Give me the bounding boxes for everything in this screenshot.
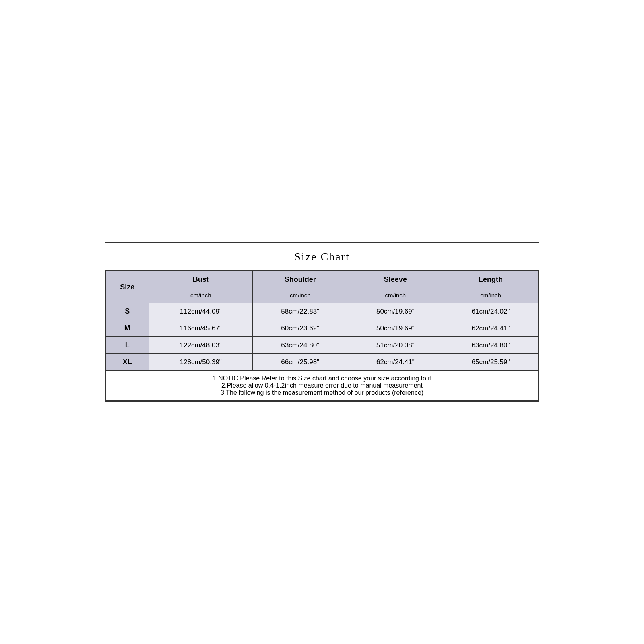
bust-cell: 112cm/44.09" — [149, 303, 252, 320]
shoulder-subheader: cm/inch — [252, 288, 348, 303]
note-line: 1.NOTIC:Please Refer to this Size chart … — [108, 375, 536, 382]
sleeve-column-header: Sleeve — [348, 271, 443, 288]
shoulder-column-header: Shoulder — [252, 271, 348, 288]
note-line: 3.The following is the measurement metho… — [108, 389, 536, 396]
chart-title: Size Chart — [105, 243, 539, 271]
size-cell: L — [106, 337, 149, 354]
sleeve-cell: 51cm/20.08" — [348, 337, 443, 354]
size-chart-container: Size Chart Size Bust Shoulder Sleeve Len… — [105, 242, 539, 402]
note-line: 2.Please allow 0.4-1.2inch measure error… — [108, 382, 536, 389]
size-cell: S — [106, 303, 149, 320]
length-cell: 65cm/25.59" — [443, 354, 539, 371]
shoulder-cell: 58cm/22.83" — [252, 303, 348, 320]
size-cell: XL — [106, 354, 149, 371]
table-row: S 112cm/44.09" 58cm/22.83" 50cm/19.69" 6… — [106, 303, 539, 320]
table-row: XL 128cm/50.39" 66cm/25.98" 62cm/24.41" … — [106, 354, 539, 371]
table-row: L 122cm/48.03" 63cm/24.80" 51cm/20.08" 6… — [106, 337, 539, 354]
bust-column-header: Bust — [149, 271, 252, 288]
table-header-bottom: cm/inch cm/inch cm/inch cm/inch — [106, 288, 539, 303]
bust-cell: 128cm/50.39" — [149, 354, 252, 371]
size-column-header: Size — [106, 271, 149, 303]
sleeve-cell: 50cm/19.69" — [348, 320, 443, 337]
sleeve-cell: 50cm/19.69" — [348, 303, 443, 320]
length-cell: 61cm/24.02" — [443, 303, 539, 320]
notes-row: 1.NOTIC:Please Refer to this Size chart … — [106, 371, 539, 401]
size-table: Size Bust Shoulder Sleeve Length cm/inch… — [105, 271, 539, 401]
table-body: S 112cm/44.09" 58cm/22.83" 50cm/19.69" 6… — [106, 303, 539, 371]
sleeve-cell: 62cm/24.41" — [348, 354, 443, 371]
bust-cell: 116cm/45.67" — [149, 320, 252, 337]
shoulder-cell: 60cm/23.62" — [252, 320, 348, 337]
length-cell: 63cm/24.80" — [443, 337, 539, 354]
shoulder-cell: 66cm/25.98" — [252, 354, 348, 371]
notes-cell: 1.NOTIC:Please Refer to this Size chart … — [106, 371, 539, 401]
table-row: M 116cm/45.67" 60cm/23.62" 50cm/19.69" 6… — [106, 320, 539, 337]
sleeve-subheader: cm/inch — [348, 288, 443, 303]
shoulder-cell: 63cm/24.80" — [252, 337, 348, 354]
size-cell: M — [106, 320, 149, 337]
length-cell: 62cm/24.41" — [443, 320, 539, 337]
length-column-header: Length — [443, 271, 539, 288]
bust-subheader: cm/inch — [149, 288, 252, 303]
table-header-top: Size Bust Shoulder Sleeve Length — [106, 271, 539, 288]
bust-cell: 122cm/48.03" — [149, 337, 252, 354]
length-subheader: cm/inch — [443, 288, 539, 303]
